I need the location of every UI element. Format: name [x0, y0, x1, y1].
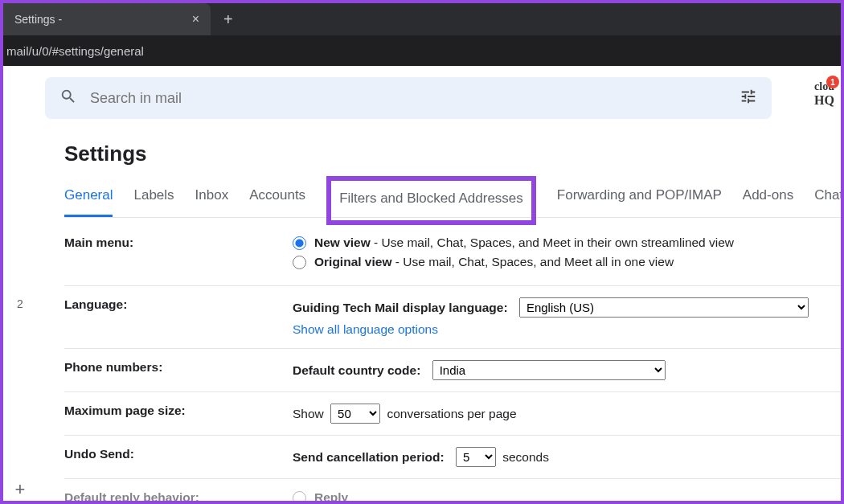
setting-label: Language:	[64, 297, 293, 337]
tab-accounts[interactable]: Accounts	[249, 184, 305, 217]
tab-chat[interactable]: Chat	[814, 184, 843, 217]
radio-input[interactable]	[293, 491, 306, 505]
tab-addons[interactable]: Add-ons	[743, 184, 793, 217]
undo-period-select[interactable]: 5	[456, 447, 496, 467]
page-size-suffix: conversations per page	[387, 407, 516, 420]
search-input[interactable]	[90, 90, 740, 107]
setting-page-size: Maximum page size: Show 50 conversations…	[64, 392, 844, 436]
tab-forwarding[interactable]: Forwarding and POP/IMAP	[557, 184, 722, 217]
close-tab-icon[interactable]: ×	[192, 12, 199, 27]
address-bar[interactable]: mail/u/0/#settings/general	[3, 35, 841, 66]
tab-title: Settings -	[14, 13, 62, 26]
undo-period-label: Send cancellation period:	[293, 450, 445, 464]
setting-reply-behavior: Default reply behavior: Reply	[64, 479, 844, 504]
tab-labels[interactable]: Labels	[133, 184, 174, 217]
search-options-icon[interactable]	[740, 88, 757, 109]
setting-label: Default reply behavior:	[64, 490, 293, 504]
setting-language: Language: Guiding Tech Mail display lang…	[64, 286, 844, 349]
count-badge: 2	[17, 297, 23, 310]
setting-label: Maximum page size:	[64, 404, 293, 424]
left-rail: 2 + 2	[10, 297, 31, 310]
search-icon	[59, 88, 77, 109]
notification-badge: 1	[826, 76, 839, 88]
option-desc: - Use mail, Chat, Spaces, and Meet in th…	[371, 236, 734, 249]
setting-label: Phone numbers:	[64, 360, 293, 380]
page-size-select[interactable]: 50	[330, 404, 380, 424]
option-title: Reply	[314, 490, 348, 504]
setting-undo-send: Undo Send: Send cancellation period: 5 s…	[64, 436, 844, 479]
brand-logo: clou HQ 1	[814, 80, 834, 108]
setting-label: Main menu:	[64, 236, 293, 274]
country-code-label: Default country code:	[293, 363, 420, 377]
logo-line2: HQ	[814, 93, 834, 108]
browser-tab[interactable]: Settings - ×	[3, 3, 211, 35]
radio-input[interactable]	[293, 236, 306, 250]
tab-filters[interactable]: Filters and Blocked Addresses	[339, 187, 523, 207]
country-code-select[interactable]: India	[432, 360, 666, 380]
radio-original-view[interactable]: Original view - Use mail, Chat, Spaces, …	[293, 255, 844, 269]
language-select[interactable]: English (US)	[519, 297, 809, 318]
option-desc: - Use mail, Chat, Spaces, and Meet all i…	[391, 255, 674, 268]
tab-inbox[interactable]: Inbox	[195, 184, 229, 217]
new-tab-button[interactable]: +	[223, 10, 233, 29]
option-title: New view	[314, 236, 371, 249]
radio-reply[interactable]: Reply	[293, 490, 844, 504]
radio-new-view[interactable]: New view - Use mail, Chat, Spaces, and M…	[293, 236, 844, 250]
settings-body: Main menu: New view - Use mail, Chat, Sp…	[64, 218, 844, 504]
settings-tabs: General Labels Inbox Accounts Filters an…	[64, 184, 844, 218]
compose-icon[interactable]: +	[15, 479, 26, 500]
undo-suffix: seconds	[502, 450, 549, 464]
page-title: Settings	[64, 141, 841, 166]
show-all-languages-link[interactable]: Show all language options	[293, 322, 438, 337]
browser-tab-strip: Settings - × +	[3, 3, 841, 35]
tab-general[interactable]: General	[64, 184, 113, 217]
annotation-highlight: Filters and Blocked Addresses	[326, 176, 536, 225]
language-display-label: Guiding Tech Mail display language:	[293, 301, 508, 314]
setting-main-menu: Main menu: New view - Use mail, Chat, Sp…	[64, 218, 844, 286]
page-size-prefix: Show	[293, 407, 324, 420]
url-text: mail/u/0/#settings/general	[6, 44, 144, 58]
setting-label: Undo Send:	[64, 447, 293, 467]
radio-input[interactable]	[293, 256, 306, 269]
setting-phone: Phone numbers: Default country code: Ind…	[64, 349, 844, 392]
search-bar[interactable]	[45, 77, 772, 119]
option-title: Original view	[314, 255, 391, 268]
